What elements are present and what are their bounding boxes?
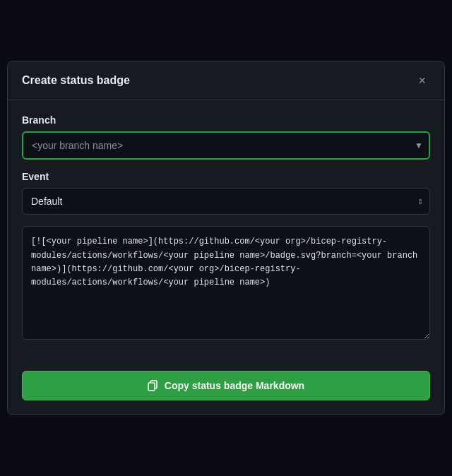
badge-markdown-textarea[interactable]: [![<your pipeline name>](https://github.… (22, 226, 430, 339)
branch-field-group: Branch <your branch name> ▼ (22, 114, 430, 160)
copy-button-label: Copy status badge Markdown (165, 380, 304, 391)
event-select[interactable]: Default push pull_request workflow_dispa… (22, 188, 430, 215)
copy-icon (148, 380, 159, 391)
modal-title: Create status badge (22, 74, 130, 87)
close-icon: × (418, 74, 426, 87)
event-field-group: Event Default push pull_request workflow… (22, 171, 430, 215)
copy-badge-markdown-button[interactable]: Copy status badge Markdown (22, 371, 430, 400)
modal-body: Branch <your branch name> ▼ Event Defaul… (8, 100, 444, 367)
modal-header: Create status badge × (8, 61, 444, 100)
event-select-wrapper: Default push pull_request workflow_dispa… (22, 188, 430, 215)
modal-dialog: Create status badge × Branch <your branc… (7, 61, 445, 415)
modal-footer: Copy status badge Markdown (8, 371, 444, 415)
branch-label: Branch (22, 114, 430, 126)
svg-rect-1 (148, 383, 155, 391)
branch-select[interactable]: <your branch name> (22, 131, 430, 160)
event-label: Event (22, 171, 430, 182)
modal-overlay: Create status badge × Branch <your branc… (0, 0, 452, 476)
branch-select-wrapper: <your branch name> ▼ (22, 131, 430, 160)
markdown-field-group: [![<your pipeline name>](https://github.… (22, 226, 430, 342)
close-button[interactable]: × (414, 73, 430, 88)
